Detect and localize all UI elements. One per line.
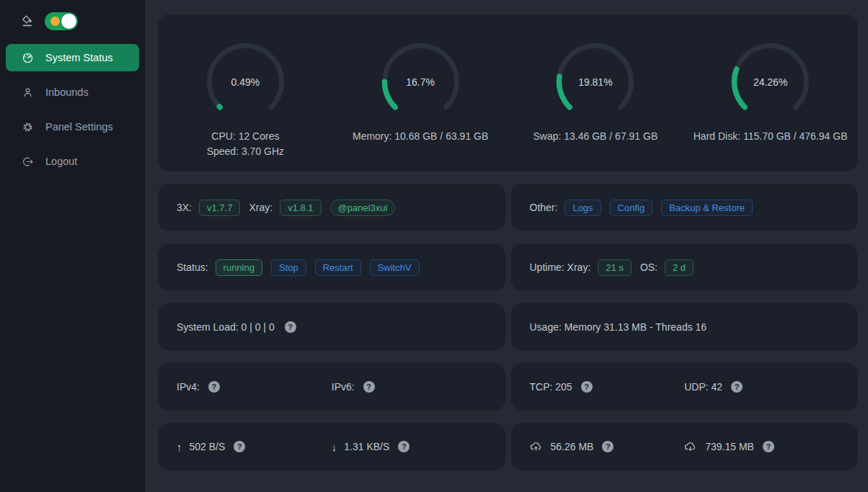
sidebar: System Status Inbounds Panel Settings <box>0 0 145 492</box>
ipv4-stat: IPv4: ? <box>177 381 332 393</box>
gauge-cpu-label: CPU: 12 Cores Speed: 3.70 GHz <box>204 129 287 159</box>
card-other-actions: Other: Logs Config Backup & Restore <box>511 184 859 231</box>
upload-speed-stat: ↑ 502 B/S ? <box>177 441 332 453</box>
main-content: 0.49% CPU: 12 Cores Speed: 3.70 GHz 16.7… <box>145 0 868 492</box>
status-label: Status: <box>177 261 208 273</box>
app-version-tag: v1.7.7 <box>199 200 240 216</box>
gauge-swap-label: Swap: 13.46 GB / 67.91 GB <box>533 129 657 144</box>
gear-icon <box>22 121 34 133</box>
ipv6-stat: IPv6: ? <box>332 381 487 393</box>
version-label: 3X: <box>177 202 192 213</box>
xray-version-tag: v1.8.1 <box>280 200 321 216</box>
dark-mode-toggle[interactable] <box>45 12 78 30</box>
gauge-cpu: 0.49% CPU: 12 Cores Speed: 3.70 GHz <box>204 40 287 171</box>
gauge-swap-percent: 19.81% <box>554 40 637 123</box>
sidebar-item-panel-settings[interactable]: Panel Settings <box>6 113 139 140</box>
help-icon[interactable]: ? <box>285 321 296 333</box>
other-label: Other: <box>530 202 558 213</box>
gauge-label-line: Swap: 13.46 GB / 67.91 GB <box>533 129 657 144</box>
upload-speed-value: 502 B/S <box>190 441 226 452</box>
card-network-speed: ↑ 502 B/S ? ↓ 1.31 KB/S ? <box>158 423 505 470</box>
status-running-tag: running <box>216 259 262 276</box>
ipv6-label: IPv6: <box>332 381 355 393</box>
cloud-upload-icon <box>530 441 542 453</box>
help-icon[interactable]: ? <box>581 381 593 393</box>
card-uptime: Uptime: Xray: 21 s OS: 2 d <box>511 243 859 291</box>
sidebar-item-inbounds[interactable]: Inbounds <box>6 79 139 106</box>
help-icon[interactable]: ? <box>398 441 409 452</box>
theme-toggle-row <box>0 10 145 32</box>
gauge-disk-dial: 24.26% <box>729 40 812 123</box>
sidebar-item-system-status[interactable]: System Status <box>6 44 139 71</box>
gauge-label-line: Speed: 3.70 GHz <box>204 144 287 159</box>
stop-button[interactable]: Stop <box>271 259 306 276</box>
download-speed-stat: ↓ 1.31 KB/S ? <box>332 441 487 453</box>
gauge-label-line: Memory: 10.68 GB / 63.91 GB <box>353 129 488 144</box>
card-ip-counts: IPv4: ? IPv6: ? <box>158 363 505 411</box>
system-gauges-card: 0.49% CPU: 12 Cores Speed: 3.70 GHz 16.7… <box>158 14 858 171</box>
card-xray-status: Status: running Stop Restart SwitchV <box>158 243 505 291</box>
udp-stat: UDP: 42 ? <box>684 381 839 393</box>
gauge-memory-percent: 16.7% <box>379 40 462 123</box>
gauge-label-line: Hard Disk: 115.70 GB / 476.94 GB <box>694 129 848 144</box>
help-icon[interactable]: ? <box>234 441 245 452</box>
user-icon <box>22 86 34 99</box>
ipv4-label: IPv4: <box>177 381 200 393</box>
gauge-disk-label: Hard Disk: 115.70 GB / 476.94 GB <box>694 129 848 144</box>
arrow-down-icon: ↓ <box>332 441 337 453</box>
os-uptime-tag: 2 d <box>665 259 694 276</box>
logs-button[interactable]: Logs <box>564 200 601 216</box>
gauge-swap: 19.81% Swap: 13.46 GB / 67.91 GB <box>533 40 657 171</box>
backup-restore-button[interactable]: Backup & Restore <box>661 200 753 216</box>
download-speed-value: 1.31 KB/S <box>344 441 389 452</box>
card-system-load: System Load: 0 | 0 | 0 ? <box>158 303 505 351</box>
help-icon[interactable]: ? <box>363 381 375 393</box>
cloud-download-icon <box>684 441 696 453</box>
sidebar-menu: System Status Inbounds Panel Settings <box>0 44 145 175</box>
help-icon[interactable]: ? <box>763 441 774 452</box>
switch-version-button[interactable]: SwitchV <box>370 259 420 276</box>
xray-label: Xray: <box>249 202 273 213</box>
gauge-swap-dial: 19.81% <box>554 40 637 123</box>
gauge-cpu-percent: 0.49% <box>204 40 287 123</box>
logout-icon <box>22 156 34 168</box>
theme-color-icon[interactable] <box>21 14 35 28</box>
gauge-disk-percent: 24.26% <box>729 40 812 123</box>
help-icon[interactable]: ? <box>731 381 743 393</box>
gauge-memory-label: Memory: 10.68 GB / 63.91 GB <box>353 129 488 144</box>
sidebar-item-label: System Status <box>45 52 112 63</box>
tcp-stat: TCP: 205 ? <box>530 381 685 393</box>
dashboard-icon <box>22 52 34 64</box>
uptime-xray-label: Uptime: Xray: <box>530 261 591 273</box>
gauge-cpu-dial: 0.49% <box>204 40 287 123</box>
restart-button[interactable]: Restart <box>315 259 361 276</box>
total-upload-value: 56.26 MB <box>551 441 594 452</box>
system-load-text: System Load: 0 | 0 | 0 <box>177 321 275 333</box>
card-connection-counts: TCP: 205 ? UDP: 42 ? <box>511 363 859 411</box>
udp-count-label: UDP: 42 <box>684 381 722 393</box>
tcp-count-label: TCP: 205 <box>530 381 572 393</box>
sidebar-item-logout[interactable]: Logout <box>6 148 139 175</box>
gauge-disk: 24.26% Hard Disk: 115.70 GB / 476.94 GB <box>694 40 848 171</box>
gauge-memory: 16.7% Memory: 10.68 GB / 63.91 GB <box>353 40 488 171</box>
gauge-label-line: CPU: 12 Cores <box>204 129 287 144</box>
total-download-stat: 739.15 MB ? <box>684 441 839 453</box>
toggle-knob <box>61 14 76 29</box>
card-network-total: 56.26 MB ? 739.15 MB ? <box>511 423 859 470</box>
help-icon[interactable]: ? <box>602 441 614 452</box>
sidebar-item-label: Logout <box>45 156 77 167</box>
config-button[interactable]: Config <box>610 200 653 216</box>
help-icon[interactable]: ? <box>208 381 220 393</box>
card-usage: Usage: Memory 31.13 MB - Threads 16 <box>511 303 859 351</box>
usage-text: Usage: Memory 31.13 MB - Threads 16 <box>530 321 707 333</box>
sidebar-item-label: Inbounds <box>45 86 89 98</box>
card-version-info: 3X: v1.7.7 Xray: v1.8.1 @panel3xui <box>158 184 505 231</box>
total-download-value: 739.15 MB <box>705 441 754 452</box>
xray-uptime-tag: 21 s <box>598 259 632 276</box>
uptime-os-label: OS: <box>640 261 657 273</box>
info-grid: 3X: v1.7.7 Xray: v1.8.1 @panel3xui Other… <box>158 184 858 470</box>
telegram-link-tag[interactable]: @panel3xui <box>330 200 396 216</box>
sidebar-item-label: Panel Settings <box>45 121 113 133</box>
arrow-up-icon: ↑ <box>177 441 182 453</box>
gauge-memory-dial: 16.7% <box>379 40 462 123</box>
